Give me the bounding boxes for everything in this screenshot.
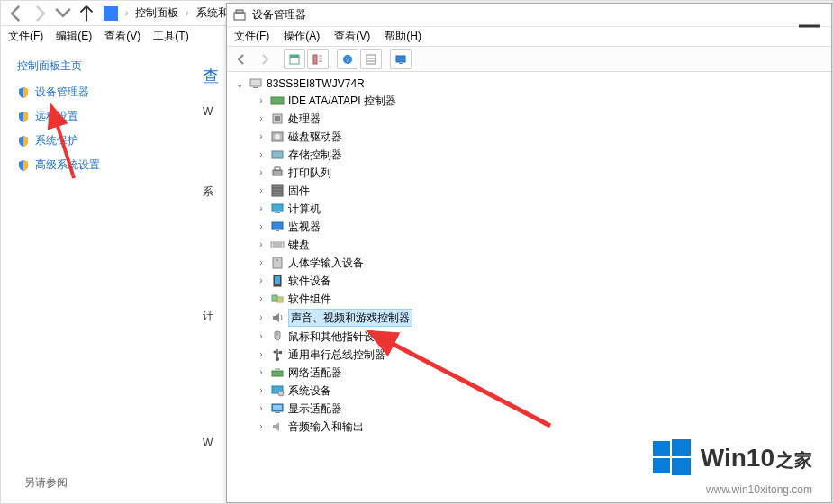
expander-closed-icon[interactable]: › [256, 255, 267, 271]
tree-root[interactable]: ⌄ 83SS8EI8TWJV74R [234, 76, 831, 92]
tree-node[interactable]: ›系统设备 [234, 382, 831, 400]
expander-closed-icon[interactable]: › [256, 382, 267, 399]
tree-node[interactable]: ›通用串行总线控制器 [234, 346, 831, 364]
expander-closed-icon[interactable]: › [256, 346, 267, 363]
bg-text: 计 [203, 309, 213, 324]
tree-node[interactable]: ›IDE ATA/ATAPI 控制器 [234, 92, 831, 110]
menu-help[interactable]: 帮助(H) [385, 29, 421, 44]
svg-rect-42 [277, 297, 283, 302]
tree-node[interactable]: ›软件设备 [234, 272, 831, 290]
sound-icon [270, 310, 285, 325]
tree-node[interactable]: ›网络适配器 [234, 364, 831, 382]
tree-node-label: 键盘 [288, 237, 310, 253]
device-manager-icon [232, 8, 247, 22]
tree-node-label: 鼠标和其他指针设 [288, 328, 375, 345]
nav-dropdown[interactable] [51, 4, 75, 23]
tree-node[interactable]: ›显示适配器 [234, 400, 831, 418]
sidebar-item-3[interactable]: 高级系统设置 [17, 158, 197, 173]
tree-node[interactable]: ›处理器 [234, 110, 831, 128]
expander-closed-icon[interactable]: › [256, 111, 267, 127]
expander-closed-icon[interactable]: › [256, 273, 267, 289]
bg-text: 系 [203, 184, 213, 200]
expander-closed-icon[interactable]: › [256, 165, 267, 181]
monitor-icon [270, 220, 285, 234]
tree-node[interactable]: ›监视器 [234, 218, 831, 236]
tree-node-label: 网络适配器 [288, 364, 342, 381]
tree-node[interactable]: ›计算机 [234, 200, 831, 218]
toolbar-help[interactable]: ? [337, 50, 358, 69]
tree-node[interactable]: ›软件组件 [234, 290, 831, 308]
tree-node-label: 声音、视频和游戏控制器 [288, 309, 412, 327]
menu-edit[interactable]: 编辑(E) [56, 29, 92, 44]
svg-rect-4 [290, 55, 299, 58]
tree-node[interactable]: ›打印队列 [234, 164, 831, 182]
menu-action[interactable]: 操作(A) [284, 29, 320, 44]
tree-node-label: 监视器 [288, 219, 321, 235]
minimize-button[interactable] [793, 5, 826, 25]
nav-back[interactable] [5, 4, 28, 23]
sidebar-item-0[interactable]: 设备管理器 [17, 85, 197, 100]
expander-closed-icon[interactable]: › [256, 291, 267, 307]
expander-closed-icon[interactable]: › [256, 400, 267, 417]
windows-logo-icon [650, 436, 693, 480]
keyboard-icon [270, 238, 285, 252]
menu-view[interactable]: 查看(V) [104, 29, 140, 44]
svg-point-53 [278, 391, 284, 396]
menu-file[interactable]: 文件(F) [234, 29, 269, 44]
nav-forward[interactable] [28, 4, 51, 23]
svg-text:?: ? [346, 56, 350, 64]
toolbar-back[interactable] [231, 50, 252, 69]
usb-icon [270, 347, 285, 362]
disk-icon [270, 130, 285, 144]
sidebar-item-1[interactable]: 远程设置 [17, 109, 197, 124]
expander-closed-icon[interactable]: › [256, 237, 267, 253]
expander-closed-icon[interactable]: › [256, 219, 267, 235]
tree-node-label: 处理器 [288, 111, 321, 127]
expander-closed-icon[interactable]: › [256, 201, 267, 217]
tree-node[interactable]: ›鼠标和其他指针设 [234, 328, 831, 346]
control-panel-icon [104, 6, 118, 21]
toolbar-btn-1[interactable] [284, 50, 305, 69]
svg-rect-15 [399, 63, 403, 64]
toolbar-btn-2[interactable] [307, 50, 329, 69]
expander-closed-icon[interactable]: › [256, 183, 267, 199]
menu-tools[interactable]: 工具(T) [153, 29, 188, 44]
tree-node[interactable]: ›人体学输入设备 [234, 254, 831, 272]
expander-closed-icon[interactable]: › [256, 310, 267, 326]
svg-rect-57 [653, 441, 670, 456]
expander-closed-icon[interactable]: › [256, 364, 267, 381]
svg-rect-11 [367, 55, 376, 64]
nav-up[interactable] [75, 4, 98, 23]
system-icon [270, 383, 285, 398]
tree-node[interactable]: ›音频输入和输出 [234, 418, 831, 436]
expander-closed-icon[interactable]: › [256, 328, 267, 345]
sidebar-item-2[interactable]: 系统保护 [17, 133, 197, 148]
tree-node-label: 计算机 [288, 201, 321, 217]
toolbar-scan[interactable] [390, 50, 412, 69]
menu-view[interactable]: 查看(V) [334, 29, 370, 44]
sidebar-title[interactable]: 控制面板主页 [17, 58, 197, 74]
toolbar-btn-4[interactable] [360, 50, 382, 69]
shield-icon [17, 86, 30, 99]
tree-node[interactable]: ›磁盘驱动器 [234, 128, 831, 146]
front-menubar: 文件(F) 操作(A) 查看(V) 帮助(H) [227, 27, 831, 47]
svg-rect-30 [272, 204, 283, 212]
front-titlebar[interactable]: 设备管理器 [227, 4, 831, 27]
svg-rect-31 [275, 212, 280, 213]
tree-node[interactable]: ›声音、视频和游戏控制器 [234, 308, 831, 328]
crumb-control-panel[interactable]: 控制面板 [131, 4, 182, 22]
toolbar-forward[interactable] [254, 50, 276, 69]
menu-file[interactable]: 文件(F) [8, 29, 43, 44]
tree-node[interactable]: ›存储控制器 [234, 146, 831, 164]
expander-open-icon[interactable]: ⌄ [234, 79, 245, 89]
computer-icon [270, 202, 285, 216]
tree-node-label: IDE ATA/ATAPI 控制器 [288, 93, 396, 109]
expander-closed-icon[interactable]: › [256, 418, 267, 435]
tree-node[interactable]: ›固件 [234, 182, 831, 200]
expander-closed-icon[interactable]: › [256, 93, 267, 109]
tree-node-label: 磁盘驱动器 [288, 129, 342, 145]
network-icon [270, 365, 285, 380]
expander-closed-icon[interactable]: › [256, 147, 267, 163]
expander-closed-icon[interactable]: › [256, 129, 267, 145]
tree-node[interactable]: ›键盘 [234, 236, 831, 254]
